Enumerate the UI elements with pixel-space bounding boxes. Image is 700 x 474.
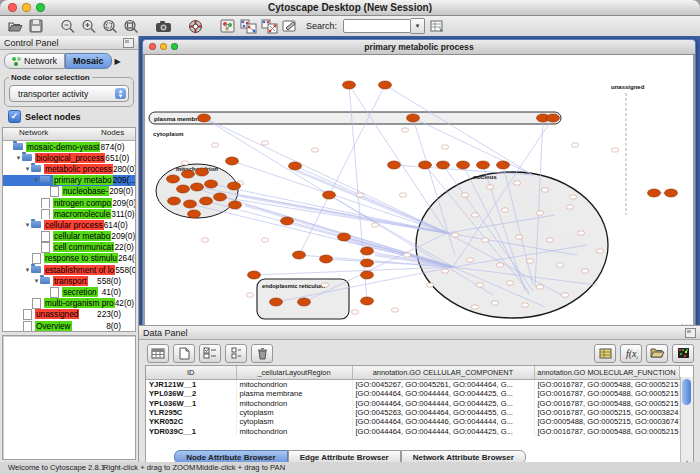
graph-node[interactable] (182, 170, 195, 178)
tree-row-label[interactable]: unassigned (35, 309, 79, 319)
table-cell[interactable]: plasma membrane (236, 389, 352, 398)
tree-row[interactable]: ▼metabolic process280(0) (3, 163, 135, 174)
table-cell[interactable]: [GO:0005488, GO:0005215, GO:0003674] (534, 417, 679, 426)
save-icon[interactable] (27, 18, 45, 34)
table-cell[interactable]: [GO:0044464, GO:0044444, GO:0044425, G..… (352, 389, 534, 398)
graph-node[interactable] (200, 197, 213, 205)
annotation-icon[interactable] (281, 18, 299, 34)
nucleus-region[interactable] (416, 172, 608, 318)
graph-node[interactable] (477, 161, 490, 169)
graph-node[interactable] (226, 157, 239, 165)
graph-node[interactable] (388, 161, 401, 169)
network-view-titlebar[interactable]: primary metabolic process (143, 40, 695, 55)
graph-node[interactable] (184, 200, 197, 208)
graph-node[interactable] (361, 259, 374, 267)
search-input[interactable] (343, 19, 411, 33)
tree-row[interactable]: Overview8(0) (3, 320, 135, 331)
tree-row-label[interactable]: cellular metabo (53, 231, 111, 241)
graph-node[interactable] (323, 191, 336, 199)
tab-mosaic[interactable]: Mosaic (65, 53, 112, 69)
graph-node[interactable] (437, 161, 450, 169)
table-cell[interactable]: mitochondrion (236, 380, 352, 390)
graph-node[interactable] (457, 161, 470, 169)
new-attribute-icon[interactable] (173, 344, 195, 363)
attribute-matrix-icon[interactable] (672, 344, 694, 363)
graph-node[interactable] (289, 162, 302, 170)
tree-expand-icon[interactable]: ▼ (15, 155, 22, 161)
graph-node[interactable] (191, 183, 204, 191)
view-close-button[interactable] (149, 43, 156, 50)
tree-row[interactable]: ▼transport558(0) (3, 275, 135, 286)
search-dropdown-icon[interactable]: ▾ (411, 18, 425, 34)
graph-node[interactable] (177, 185, 190, 193)
tree-row[interactable]: nucleobase-209(0) (3, 186, 135, 197)
table-cell[interactable]: [GO:0045263, GO:0044464, GO:0044455, G..… (352, 408, 534, 417)
tree-row[interactable]: macromolecule311(0) (3, 208, 135, 219)
vizmapper-icon[interactable] (218, 18, 236, 34)
node-color-select[interactable]: transporter activity ▲▼ (9, 85, 129, 102)
table-cell[interactable]: cytoplasm (236, 408, 352, 417)
open-attribute-file-icon[interactable] (646, 344, 668, 363)
zoom-button[interactable] (36, 3, 45, 12)
import-network-alt-icon[interactable] (260, 18, 278, 34)
tree-row-label[interactable]: nucleobase- (62, 186, 109, 196)
zoom-out-icon[interactable] (59, 18, 77, 34)
graph-node[interactable] (407, 114, 420, 122)
graph-node[interactable] (361, 247, 374, 255)
table-cell[interactable]: YLR295C (146, 408, 236, 417)
graph-node[interactable] (188, 210, 201, 218)
import-network-icon[interactable] (239, 18, 257, 34)
view-minimize-button[interactable] (160, 43, 167, 50)
table-cell[interactable]: YJR121W__1 (146, 380, 236, 390)
network-canvas[interactable]: plasma membrane cytoplasm mitochondrion … (143, 55, 695, 337)
graph-node[interactable] (205, 180, 218, 188)
table-row[interactable]: YKR052Ccytoplasm[GO:0044464, GO:0044446,… (146, 417, 679, 426)
tree-row-label[interactable]: establishment of lo (44, 265, 115, 275)
graph-node[interactable] (298, 298, 311, 306)
graph-node[interactable] (379, 81, 392, 89)
table-cell[interactable]: cytoplasm (236, 417, 352, 426)
minimize-button[interactable] (22, 3, 31, 12)
table-cell[interactable]: [GO:0016787, GO:0005488, GO:0005215, G..… (534, 380, 679, 390)
tree-row-label[interactable]: mosaic-demo-yeast (26, 142, 100, 152)
select-attributes-icon[interactable] (199, 344, 221, 363)
help-ring-icon[interactable] (186, 18, 204, 34)
table-cell[interactable]: [GO:0044464, GO:0044444, GO:0044425, G..… (352, 426, 534, 435)
table-cell[interactable]: [GO:0044464, GO:0044446, GO:0044444, G..… (352, 417, 534, 426)
tree-row-label[interactable]: multi-organism pro (44, 298, 115, 308)
col-molecular-function[interactable]: annotation.GO MOLECULAR_FUNCTION (534, 366, 679, 380)
graph-node[interactable] (214, 193, 227, 201)
tree-row[interactable]: response to stimulu264(0) (3, 253, 135, 264)
table-cell[interactable]: YPL036W__2 (146, 389, 236, 398)
tree-row[interactable]: ▼establishment of lo558(0) (3, 264, 135, 275)
view-zoom-button[interactable] (171, 43, 178, 50)
graph-node[interactable] (343, 81, 356, 89)
graph-node[interactable] (665, 189, 678, 197)
graph-node[interactable] (338, 233, 351, 241)
tree-row-label[interactable]: response to stimulu (44, 253, 118, 263)
tree-row[interactable]: cellular metabo209(0) (3, 231, 135, 242)
tab-network[interactable]: Network (4, 53, 65, 69)
table-cell[interactable]: mitochondrion (236, 426, 352, 435)
tree-row-label[interactable]: primary metabo (53, 175, 113, 185)
zoom-in-icon[interactable] (80, 18, 98, 34)
table-row[interactable]: YJR121W__1mitochondrion[GO:0045267, GO:0… (146, 380, 679, 390)
graph-node[interactable] (229, 201, 242, 209)
tree-expand-icon[interactable]: ▼ (33, 278, 40, 284)
col-cellular-component[interactable]: annotation.GO CELLULAR_COMPONENT (352, 366, 534, 380)
tree-row-label[interactable]: nitrogen compo (53, 198, 112, 208)
table-row[interactable]: YPL036W__2plasma membrane[GO:0044464, GO… (146, 389, 679, 398)
tree-row[interactable]: nitrogen compo209(0) (3, 197, 135, 208)
table-cell[interactable]: [GO:0016787, GO:0005215, GO:0003824, G..… (534, 408, 679, 417)
table-cell[interactable]: [GO:0016787, GO:0005488, GO:0005215, G..… (534, 426, 679, 435)
close-button[interactable] (8, 3, 17, 12)
zoom-selected-icon[interactable] (101, 18, 119, 34)
import-attributes-icon[interactable] (594, 344, 616, 363)
network-view-window[interactable]: primary metabolic process plasma membran… (142, 39, 696, 338)
tree-row-label[interactable]: cell communicat (53, 242, 114, 252)
table-cell[interactable]: [GO:0016787, GO:0005488, GO:0005215, G..… (534, 399, 679, 408)
tree-col-nodes[interactable]: Nodes (101, 128, 135, 140)
tree-row[interactable]: ▼cellular process614(0) (3, 219, 135, 230)
tree-row-label[interactable]: Overview (35, 321, 72, 331)
graph-node[interactable] (198, 114, 211, 122)
